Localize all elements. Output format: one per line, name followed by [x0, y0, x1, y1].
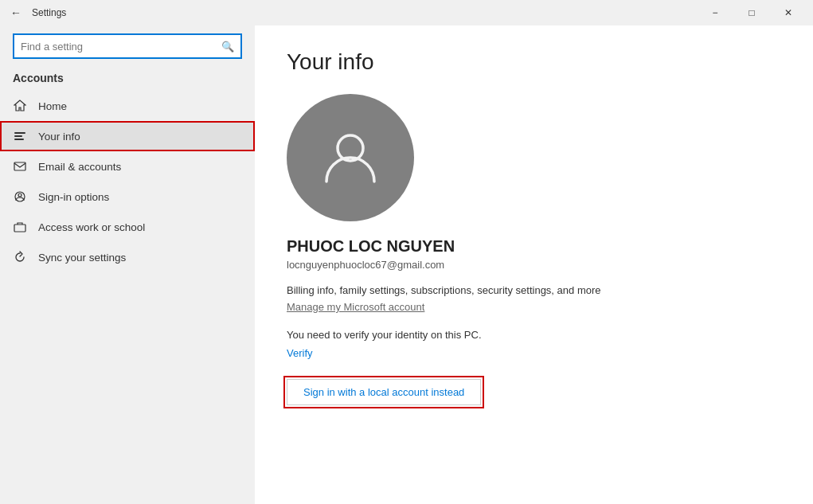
- sidebar-item-email-label: Email & accounts: [38, 161, 121, 173]
- sidebar-heading: Accounts: [0, 68, 255, 91]
- verify-text: You need to verify your identity on this…: [287, 329, 781, 341]
- svg-rect-1: [14, 135, 22, 137]
- user-name: PHUOC LOC NGUYEN: [287, 237, 781, 256]
- search-box[interactable]: 🔍: [13, 33, 242, 59]
- briefcase-icon: [13, 220, 27, 234]
- page-title: Your info: [287, 49, 781, 75]
- svg-rect-0: [14, 132, 25, 134]
- sidebar: 🔍 Accounts Home Your info: [0, 25, 255, 504]
- your-info-icon: [13, 129, 27, 143]
- svg-rect-2: [14, 139, 24, 140]
- sidebar-item-sync-label: Sync your settings: [38, 252, 126, 264]
- home-icon: [13, 99, 27, 113]
- window-controls: − □ ✕: [697, 0, 807, 25]
- close-button[interactable]: ✕: [770, 0, 807, 25]
- title-bar: ← Settings − □ ✕: [0, 0, 813, 25]
- sidebar-item-sync[interactable]: Sync your settings: [0, 242, 255, 272]
- sidebar-item-your-info-label: Your info: [38, 131, 80, 143]
- sidebar-item-access-work[interactable]: Access work or school: [0, 212, 255, 242]
- sidebar-item-your-info[interactable]: Your info: [0, 121, 255, 151]
- svg-point-5: [18, 193, 21, 197]
- local-account-button[interactable]: Sign in with a local account instead: [287, 379, 481, 405]
- billing-text: Billing info, family settings, subscript…: [287, 283, 685, 298]
- verify-section: You need to verify your identity on this…: [287, 329, 781, 360]
- window-title: Settings: [32, 7, 66, 18]
- sign-in-icon: [13, 189, 27, 204]
- sidebar-item-email-accounts[interactable]: Email & accounts: [0, 151, 255, 182]
- sidebar-item-home-label: Home: [38, 100, 67, 112]
- search-icon: 🔍: [221, 41, 234, 53]
- minimize-button[interactable]: −: [697, 0, 733, 25]
- maximize-button[interactable]: □: [733, 0, 770, 25]
- manage-account-link[interactable]: Manage my Microsoft account: [287, 301, 781, 313]
- svg-rect-3: [14, 162, 25, 170]
- avatar: [287, 94, 414, 221]
- sidebar-item-home[interactable]: Home: [0, 91, 255, 121]
- app-body: 🔍 Accounts Home Your info: [0, 25, 813, 504]
- sidebar-item-work-label: Access work or school: [38, 221, 145, 233]
- sync-icon: [13, 250, 27, 264]
- sidebar-item-sign-in[interactable]: Sign-in options: [0, 182, 255, 212]
- user-email: locnguyenphuocloc67@gmail.com: [287, 259, 781, 271]
- search-input[interactable]: [21, 41, 221, 53]
- content-area: Your info PHUOC LOC NGUYEN locnguyenphuo…: [255, 25, 813, 504]
- email-icon: [13, 159, 27, 174]
- verify-link[interactable]: Verify: [287, 347, 313, 359]
- back-button[interactable]: ←: [6, 3, 25, 22]
- sidebar-item-sign-in-label: Sign-in options: [38, 191, 109, 203]
- svg-rect-6: [14, 225, 25, 232]
- avatar-icon: [319, 126, 382, 189]
- title-bar-left: ← Settings: [6, 3, 697, 22]
